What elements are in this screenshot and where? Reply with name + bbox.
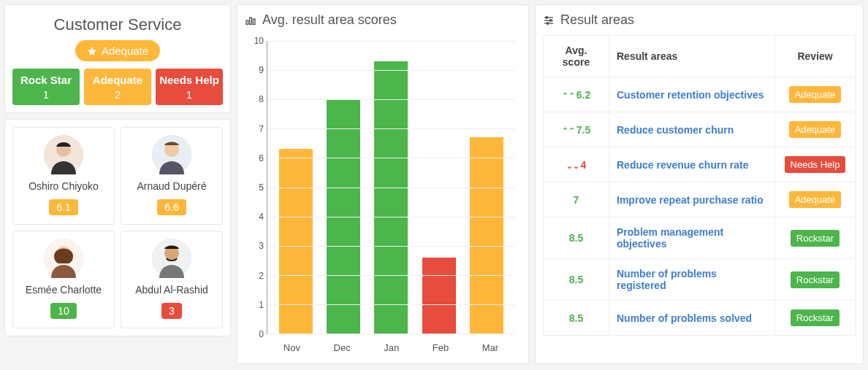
person-name: Abdul Al-Rashid (127, 284, 216, 297)
svg-rect-9 (250, 18, 252, 24)
result-areas-card: Result areas Avg. score Result areas Rev… (535, 4, 864, 364)
x-tick: Dec (334, 342, 351, 353)
col-score: Avg. score (544, 36, 609, 77)
chart-title: Avg. result area scores (262, 12, 397, 28)
team-rating-label: Adequate (102, 45, 148, 57)
y-tick: 0 (245, 329, 264, 339)
svg-rect-10 (253, 19, 255, 24)
table-row: 8.5Number of problems solvedRockstar (544, 301, 856, 336)
table-row: ⌃⌃7.5Reduce customer churnAdequate (544, 112, 856, 147)
person-name: Oshiro Chiyoko (19, 180, 108, 193)
row-score: 8.5 (544, 259, 609, 301)
row-score: ⌃⌃6.2 (544, 77, 609, 112)
svg-rect-8 (246, 20, 248, 24)
table-row: ⌃⌃6.2Customer retention objectivesAdequa… (544, 77, 856, 112)
table-row: ⌄⌄4Reduce revenue churn rateNeeds Help (544, 147, 856, 182)
score-badge: 3 (161, 303, 182, 319)
person-name: Esmée Charlotte (19, 284, 108, 297)
y-tick: 5 (245, 182, 264, 193)
table-row: 8.5Problem management objectivesRockstar (544, 217, 856, 259)
review-badge: Adequate (789, 121, 842, 138)
result-area-link[interactable]: Reduce revenue churn rate (617, 159, 749, 171)
row-score: 8.5 (544, 301, 609, 336)
y-tick: 10 (245, 36, 264, 46)
row-score: 8.5 (544, 217, 609, 259)
people-card: Oshiro Chiyoko6.1Arnaud Dupéré6.6Esmée C… (4, 119, 231, 336)
status-label: Adequate (87, 74, 148, 87)
star-icon (87, 46, 97, 56)
result-area-link[interactable]: Number of problems registered (617, 268, 717, 291)
person-card[interactable]: Oshiro Chiyoko6.1 (12, 127, 115, 225)
person-card[interactable]: Esmée Charlotte10 (12, 231, 115, 328)
status-count: 1 (15, 88, 77, 101)
x-tick: Nov (283, 342, 300, 353)
review-badge: Needs Help (785, 156, 846, 173)
bar-chart: NovDecJanFebMar 012345678910 (245, 35, 521, 356)
result-areas-table: Avg. score Result areas Review ⌃⌃6.2Cust… (543, 35, 856, 336)
avatar (44, 239, 83, 278)
result-area-link[interactable]: Number of problems solved (617, 312, 752, 324)
score-badge: 6.6 (157, 199, 186, 215)
table-row: 8.5Number of problems registeredRockstar (544, 259, 856, 301)
x-tick: Mar (482, 342, 498, 353)
review-badge: Rockstar (791, 309, 840, 326)
sliders-icon (543, 15, 555, 26)
review-badge: Adequate (789, 86, 842, 103)
status-tile[interactable]: Rock Star1 (12, 69, 80, 105)
score-badge: 10 (50, 303, 77, 319)
y-tick: 9 (245, 65, 264, 75)
score-badge: 6.1 (49, 199, 77, 215)
review-badge: Rockstar (791, 271, 840, 288)
y-tick: 8 (245, 94, 264, 104)
person-card[interactable]: Abdul Al-Rashid3 (121, 231, 223, 328)
col-review: Review (775, 36, 856, 77)
y-tick: 6 (245, 153, 264, 163)
review-badge: Adequate (789, 191, 842, 208)
status-tile[interactable]: Adequate2 (84, 69, 151, 105)
trend-up-icon: ⌃⌃ (562, 91, 575, 100)
chart-card: Avg. result area scores NovDecJanFebMar … (237, 4, 529, 364)
status-label: Rock Star (15, 74, 77, 87)
status-label: Needs Help (159, 74, 220, 87)
status-count: 2 (87, 88, 148, 101)
y-tick: 3 (245, 241, 264, 251)
result-area-link[interactable]: Problem management objectives (617, 226, 723, 250)
row-score: 7 (544, 182, 609, 217)
status-count: 1 (159, 88, 220, 101)
team-summary-card: Customer Service Adequate Rock Star1Adeq… (4, 4, 231, 113)
status-tile[interactable]: Needs Help1 (156, 69, 223, 105)
result-area-link[interactable]: Reduce customer churn (617, 124, 734, 136)
svg-point-14 (546, 16, 548, 18)
row-score: ⌄⌄4 (544, 147, 609, 182)
chart-bar[interactable] (374, 61, 408, 334)
avatar (152, 135, 191, 174)
review-badge: Rockstar (791, 230, 840, 247)
trend-up-icon: ⌃⌃ (562, 126, 575, 135)
svg-point-15 (549, 19, 552, 21)
result-areas-title: Result areas (560, 12, 634, 28)
team-rating-badge: Adequate (75, 40, 160, 61)
person-card[interactable]: Arnaud Dupéré6.6 (121, 127, 223, 225)
chart-bar[interactable] (422, 258, 456, 334)
y-tick: 2 (245, 271, 264, 281)
person-name: Arnaud Dupéré (127, 180, 216, 193)
x-tick: Jan (384, 342, 399, 353)
bar-chart-icon (245, 15, 256, 26)
col-area: Result areas (609, 36, 775, 77)
table-row: 7Improve repeat purchase ratioAdequate (544, 182, 856, 217)
x-tick: Feb (433, 342, 449, 353)
result-area-link[interactable]: Improve repeat purchase ratio (617, 194, 764, 206)
avatar (152, 239, 191, 278)
y-tick: 4 (245, 212, 264, 222)
y-tick: 7 (245, 124, 264, 134)
chart-bar[interactable] (279, 149, 313, 334)
row-score: ⌃⌃7.5 (544, 112, 609, 147)
team-title: Customer Service (12, 15, 223, 34)
result-area-link[interactable]: Customer retention objectives (617, 89, 764, 101)
svg-point-16 (547, 22, 549, 24)
avatar (44, 135, 83, 174)
y-tick: 1 (245, 300, 264, 310)
trend-down-icon: ⌄⌄ (566, 161, 579, 170)
